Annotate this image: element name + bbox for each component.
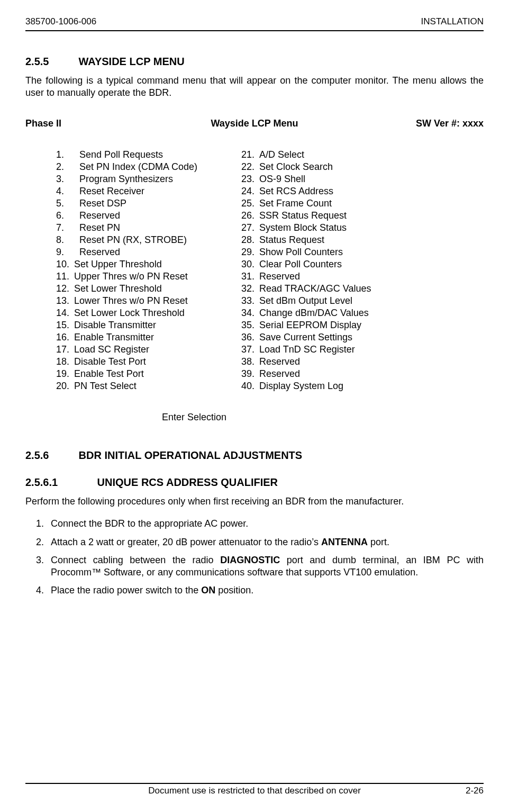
lcp-menu-item-text: Load SC Register [74,344,149,356]
lcp-menu-item-num: 38. [241,356,259,368]
lcp-menu-item: 39.Reserved [241,368,421,380]
lcp-menu-item-gap [74,234,79,246]
lcp-menu-item: 36.Save Current Settings [241,331,421,344]
lcp-menu-item: 4. Reset Receiver [56,185,225,197]
lcp-menu-item-gap [74,197,79,210]
lcp-menu-item: 8. Reset PN (RX, STROBE) [56,234,225,246]
lcp-menu-item-text: Reserved [259,270,300,283]
lcp-menu-item: 33.Set dBm Output Level [241,295,421,307]
procedure-step-4: Place the radio power switch to the ON p… [47,584,484,597]
lcp-menu-item-num: 26. [241,210,259,222]
lcp-menu-item-text: Upper Thres w/o PN Reset [74,270,188,283]
lcp-menu-item-text: Reset PN (RX, STROBE) [79,234,187,246]
lcp-menu-item: 23.OS-9 Shell [241,173,421,185]
lcp-menu-item-num: 25. [241,197,259,210]
phase-mid: Wayside LCP Menu [153,118,355,130]
lcp-menu-item-text: Set Lower Lock Threshold [74,307,185,319]
lcp-menu-item: 6. Reserved [56,210,225,222]
section-2-5-6-title: BDR INITIAL OPERATIONAL ADJUSTMENTS [79,449,303,461]
lcp-menu-item: 21.A/D Select [241,149,421,161]
doc-section: INSTALLATION [421,16,484,27]
section-2-5-6-1-heading: 2.5.6.1 UNIQUE RCS ADDRESS QUALIFIER [25,476,484,489]
page: 385700-1006-006 INSTALLATION 2.5.5 WAYSI… [0,0,509,812]
lcp-menu-item-text: Reserved [259,356,300,368]
lcp-menu-item-gap [74,173,79,185]
lcp-menu-item: 11.Upper Thres w/o PN Reset [56,270,225,283]
lcp-menu-item-text: A/D Select [259,149,304,161]
procedure-step-2-post: port. [368,537,389,547]
lcp-menu-item-text: Lower Thres w/o PN Reset [74,295,188,307]
lcp-menu-item-text: Reserved [79,246,120,258]
lcp-menu-item: 5. Reset DSP [56,197,225,210]
section-2-5-5-title: WAYSIDE LCP MENU [79,56,185,67]
lcp-menu-item: 34.Change dBm/DAC Values [241,307,421,319]
page-flex-spacer [25,603,484,772]
lcp-menu-item-text: Set dBm Output Level [259,295,352,307]
lcp-menu-item-gap [74,161,79,173]
section-2-5-6-1-num: 2.5.6.1 [25,476,94,489]
lcp-menu-item-num: 36. [241,331,259,344]
lcp-menu-item-num: 6. [56,210,74,222]
lcp-menu-item-num: 40. [241,380,259,392]
lcp-menu-item-num: 2. [56,161,74,173]
lcp-menu-item-text: Program Synthesizers [79,173,173,185]
lcp-menu-item: 1. Send Poll Requests [56,149,225,161]
lcp-menu-item-num: 5. [56,197,74,210]
lcp-menu-item-text: Set Frame Count [259,197,332,210]
procedure-step-4-pre: Place the radio power switch to the [51,585,201,596]
lcp-menu-item-num: 34. [241,307,259,319]
procedure-step-2: Attach a 2 watt or greater, 20 dB power … [47,536,484,548]
lcp-menu-item: 28.Status Request [241,234,421,246]
lcp-menu-item-num: 10. [56,258,74,270]
lcp-menu-item-text: Send Poll Requests [79,149,163,161]
lcp-menu-item: 17.Load SC Register [56,344,225,356]
lcp-menu-item-text: Disable Transmitter [74,319,156,331]
lcp-menu-item: 18.Disable Test Port [56,356,225,368]
lcp-menu-item-text: Serial EEPROM Display [259,319,361,331]
lcp-menu-item-gap [74,210,79,222]
lcp-menu-item: 35.Serial EEPROM Display [241,319,421,331]
procedure-step-2-pre: Attach a 2 watt or greater, 20 dB power … [51,537,321,547]
lcp-menu-item: 31.Reserved [241,270,421,283]
lcp-menu-item: 29.Show Poll Counters [241,246,421,258]
lcp-menu-item-text: PN Test Select [74,380,137,392]
lcp-menu-item: 38.Reserved [241,356,421,368]
lcp-menu-item: 22.Set Clock Search [241,161,421,173]
lcp-menu-item-text: Reset DSP [79,197,126,210]
lcp-menu-item-text: Enable Transmitter [74,331,154,344]
section-2-5-5-heading: 2.5.5 WAYSIDE LCP MENU [25,55,484,68]
lcp-menu-item-text: Reset Receiver [79,185,144,197]
procedure-step-3-pre: Connect cabling between the radio [51,555,220,565]
lcp-menu-item-text: Set Upper Threshold [74,258,162,270]
phase-left: Phase II [25,118,153,130]
lcp-menu-item-num: 28. [241,234,259,246]
lcp-menu-item: 15.Disable Transmitter [56,319,225,331]
lcp-menu-item-num: 18. [56,356,74,368]
lcp-menu-item-num: 17. [56,344,74,356]
lcp-menu-item-gap [74,246,79,258]
procedure-list: Connect the BDR to the appropriate AC po… [25,518,484,603]
procedure-step-3: Connect cabling between the radio DIAGNO… [47,554,484,578]
lcp-menu-item-num: 24. [241,185,259,197]
lcp-menu-item: 25.Set Frame Count [241,197,421,210]
lcp-menu-item: 12.Set Lower Threshold [56,283,225,295]
lcp-menu-item-num: 15. [56,319,74,331]
procedure-step-1-text: Connect the BDR to the appropriate AC po… [51,518,248,529]
lcp-menu-item-text: Read TRACK/AGC Values [259,283,371,295]
lcp-menu-item: 27.System Block Status [241,222,421,234]
enter-selection: Enter Selection [162,411,484,423]
section-2-5-6-heading: 2.5.6 BDR INITIAL OPERATIONAL ADJUSTMENT… [25,449,484,462]
lcp-menu-item-text: Reserved [259,368,300,380]
lcp-menu-item-text: Set Clock Search [259,161,333,173]
lcp-menu-item-num: 14. [56,307,74,319]
lcp-menu-item-text: System Block Status [259,222,347,234]
lcp-menu-item-text: Clear Poll Counters [259,258,342,270]
lcp-menu-item: 24.Set RCS Address [241,185,421,197]
footer-right: 2-26 [429,785,484,796]
lcp-menu-item: 14.Set Lower Lock Threshold [56,307,225,319]
lcp-menu-item: 13.Lower Thres w/o PN Reset [56,295,225,307]
lcp-menu-item-text: Display System Log [259,380,343,392]
phase-right: SW Ver #: xxxx [356,118,484,130]
lcp-menu-item-text: Save Current Settings [259,331,352,344]
doc-number: 385700-1006-006 [25,16,96,27]
